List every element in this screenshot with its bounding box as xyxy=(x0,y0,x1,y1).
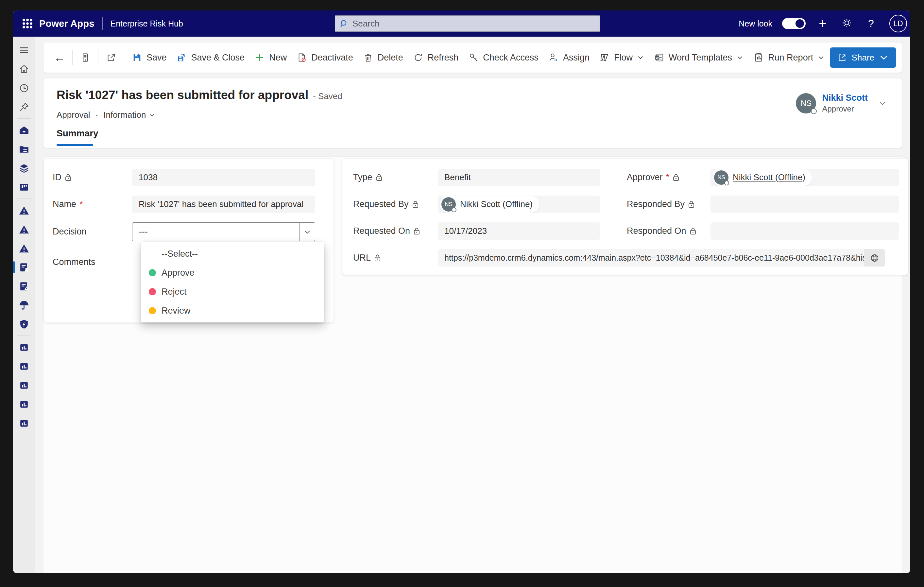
record-breadcrumb: Approval · Information xyxy=(56,110,156,120)
requested-on-value-field[interactable]: 10/17/2023 xyxy=(438,222,600,240)
new-look-toggle[interactable] xyxy=(782,18,806,29)
flow-button[interactable]: Flow xyxy=(594,48,649,68)
gear-icon[interactable] xyxy=(840,17,854,30)
sidebar-bar-chart-icon[interactable] xyxy=(13,414,35,433)
combobox-dropdown-button[interactable] xyxy=(299,223,315,241)
toggle-knob xyxy=(795,19,804,28)
new-plus-icon xyxy=(254,52,265,63)
search-box[interactable] xyxy=(335,15,600,32)
decision-combobox[interactable]: --- xyxy=(132,222,315,241)
sidebar-folder-icon[interactable] xyxy=(13,140,35,159)
entity-name: Approval xyxy=(56,110,90,120)
sidebar-document-warning-icon[interactable] xyxy=(13,277,35,296)
brand-title[interactable]: Power Apps xyxy=(39,18,94,29)
decision-option-approve[interactable]: Approve xyxy=(141,263,324,282)
save-button[interactable]: Save xyxy=(127,48,172,68)
sidebar-separator xyxy=(17,198,31,199)
sidebar-hamburger-menu-icon[interactable] xyxy=(13,41,35,60)
word-icon: W xyxy=(654,52,664,63)
chevron-down-icon xyxy=(817,54,825,61)
form-selector-button[interactable] xyxy=(75,48,96,68)
responded-by-value-field[interactable] xyxy=(711,195,899,213)
decision-option-select[interactable]: --Select-- xyxy=(141,244,324,263)
sidebar-document-person-icon-active[interactable] xyxy=(13,258,35,277)
app-launcher-waffle-icon[interactable] xyxy=(21,17,34,30)
approval-details-card: ID 1038 Name * xyxy=(43,158,334,323)
reject-dot-icon xyxy=(149,288,156,295)
presence-offline-badge xyxy=(724,180,729,185)
requested-on-label: Requested On xyxy=(353,226,438,236)
decision-option-review[interactable]: Review xyxy=(141,301,324,320)
deactivate-button[interactable]: Deactivate xyxy=(292,48,358,68)
record-title: Risk '1027' has been submitted for appro… xyxy=(56,88,342,102)
requested-by-person-pill[interactable]: NS Nikki Scott (Offline) xyxy=(440,196,539,213)
responded-on-label: Responded On xyxy=(627,226,711,236)
sidebar-bar-chart-icon[interactable] xyxy=(13,357,35,376)
app-name[interactable]: Enterprise Risk Hub xyxy=(111,19,183,28)
field-row-id: ID 1038 xyxy=(44,169,333,186)
person-avatar: NS xyxy=(714,170,728,185)
responded-on-value-field[interactable] xyxy=(711,222,899,240)
url-value-field[interactable]: https://p3mdemo.crm6.dynamics.com:443/ma… xyxy=(438,249,885,266)
sidebar-warning-triangle-icon[interactable] xyxy=(13,201,35,220)
lock-icon xyxy=(374,254,381,261)
back-button[interactable]: ← xyxy=(50,51,69,64)
active-tab-underline xyxy=(56,144,93,146)
sidebar-recent-clock-icon[interactable] xyxy=(13,78,35,98)
sidebar-layers-icon[interactable] xyxy=(13,159,35,178)
type-value-field[interactable]: Benefit xyxy=(438,169,600,186)
help-icon[interactable]: ? xyxy=(864,18,878,29)
main-content: ← xyxy=(35,36,910,573)
form-selector[interactable]: Information xyxy=(103,110,156,120)
approver-person-pill[interactable]: NS Nikki Scott (Offline) xyxy=(713,169,812,186)
record-header: Risk '1027' has been submitted for appro… xyxy=(43,78,902,148)
user-avatar[interactable]: LD xyxy=(889,15,907,32)
word-templates-button[interactable]: W Word Templates xyxy=(649,48,748,68)
header-divider xyxy=(102,17,103,30)
popout-button[interactable] xyxy=(101,48,121,68)
save-and-close-button[interactable]: Save & Close xyxy=(172,48,250,68)
check-access-button[interactable]: Check Access xyxy=(463,48,543,68)
lock-icon xyxy=(688,200,695,208)
share-icon xyxy=(837,53,847,63)
sidebar-bar-chart-icon[interactable] xyxy=(13,338,35,357)
sidebar-kanban-board-icon[interactable] xyxy=(13,178,35,197)
new-button[interactable]: New xyxy=(249,48,292,68)
contact-name-link[interactable]: Nikki Scott xyxy=(822,93,868,103)
run-report-button[interactable]: Run Report xyxy=(748,48,830,68)
decision-option-reject[interactable]: Reject xyxy=(141,282,324,301)
report-icon xyxy=(753,52,764,63)
person-link[interactable]: Nikki Scott (Offline) xyxy=(733,172,805,182)
sidebar-pin-icon[interactable] xyxy=(13,98,35,116)
sidebar-shield-bolt-icon[interactable] xyxy=(13,314,35,334)
open-url-button[interactable] xyxy=(864,249,885,266)
share-button[interactable]: Share xyxy=(830,48,896,68)
header-contact-card[interactable]: NS Nikki Scott Approver xyxy=(796,93,887,114)
assign-button[interactable]: Assign xyxy=(543,48,594,68)
sidebar-warning-triangle-icon[interactable] xyxy=(13,239,35,258)
name-value-field[interactable]: Risk '1027' has been submitted for appro… xyxy=(132,195,315,213)
crumb-separator: · xyxy=(96,110,98,120)
refresh-button[interactable]: Refresh xyxy=(408,48,464,68)
delete-button[interactable]: Delete xyxy=(358,48,408,68)
sidebar-umbrella-icon[interactable] xyxy=(13,296,35,314)
tab-summary[interactable]: Summary xyxy=(56,128,98,144)
sidebar-home-icon[interactable] xyxy=(13,60,35,78)
requested-by-label: Requested By xyxy=(353,199,438,209)
decision-value: --- xyxy=(132,223,299,241)
sidebar-bar-chart-icon[interactable] xyxy=(13,376,35,395)
toolbar-separator xyxy=(72,50,73,65)
sidebar-separator xyxy=(17,118,31,119)
sidebar-warning-triangle-icon[interactable] xyxy=(13,220,35,239)
search-input[interactable] xyxy=(353,19,595,29)
sidebar-bar-chart-icon[interactable] xyxy=(13,395,35,414)
deactivate-icon xyxy=(297,52,307,63)
person-link[interactable]: Nikki Scott (Offline) xyxy=(460,199,533,209)
decision-label: Decision xyxy=(44,227,132,237)
id-value-field[interactable]: 1038 xyxy=(132,169,315,186)
id-label: ID xyxy=(44,172,132,182)
approve-dot-icon xyxy=(149,269,156,276)
add-icon[interactable]: + xyxy=(815,17,830,30)
sidebar-home-filled-icon[interactable] xyxy=(13,121,35,140)
contact-role: Approver xyxy=(822,104,868,114)
